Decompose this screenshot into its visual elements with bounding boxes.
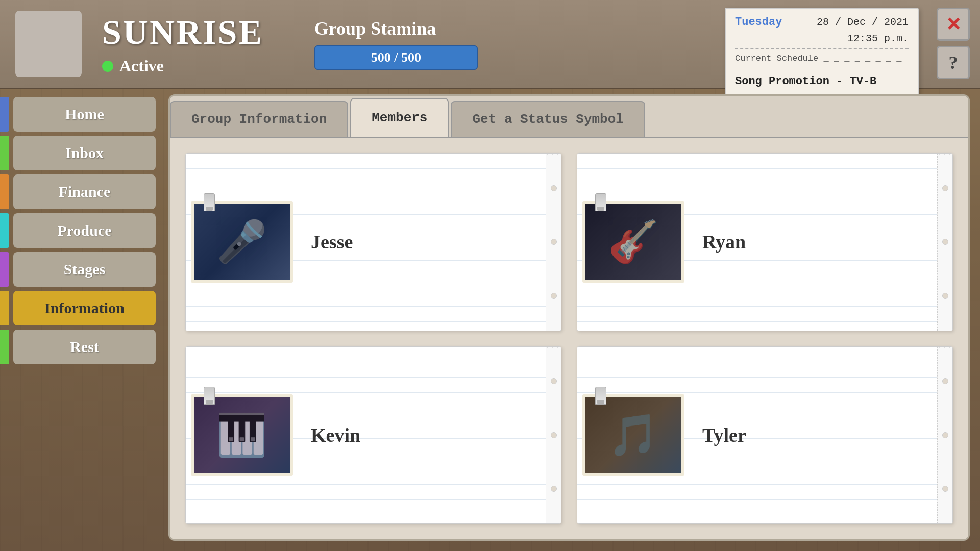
- stamina-value: 500 / 500: [371, 50, 421, 65]
- sidebar-item-finance[interactable]: Finance: [0, 174, 163, 209]
- perf-hole: [551, 432, 557, 438]
- members-grid: 🎤 Jesse 🎸: [185, 153, 953, 524]
- ryan-name: Ryan: [692, 231, 746, 253]
- sidebar: Home Inbox Finance Produce Stages Inform…: [0, 89, 163, 551]
- sidebar-item-home[interactable]: Home: [0, 97, 163, 132]
- close-icon: ✕: [946, 14, 961, 35]
- ryan-silhouette: 🎸: [585, 204, 681, 280]
- sidebar-accent-home: [0, 97, 9, 132]
- stamina-title: Group Stamina: [314, 18, 478, 39]
- member-card-inner-ryan: 🎸 Ryan: [577, 154, 937, 331]
- tyler-silhouette: 🎵: [585, 397, 681, 473]
- status-dot-icon: [102, 61, 113, 72]
- close-button[interactable]: ✕: [937, 8, 970, 41]
- perf-hole: [551, 378, 557, 384]
- sidebar-btn-stages[interactable]: Stages: [13, 252, 156, 287]
- perf-hole: [942, 486, 948, 492]
- sidebar-accent-information: [0, 291, 9, 325]
- perf-hole: [942, 239, 948, 245]
- perf-hole: [551, 486, 557, 492]
- sidebar-accent-inbox: [0, 136, 9, 170]
- photo-clip-kevin: [204, 387, 215, 405]
- photo-wrapper-tyler: 🎵: [582, 394, 684, 476]
- status-row: Active: [102, 57, 263, 76]
- tab-group-information[interactable]: Group Information: [170, 101, 348, 137]
- ryan-photo: 🎸: [582, 201, 684, 283]
- tab-status-symbol[interactable]: Get a Status Symbol: [451, 101, 645, 137]
- sidebar-btn-rest[interactable]: Rest: [13, 330, 156, 364]
- sidebar-accent-rest: [0, 330, 9, 364]
- member-card-inner-kevin: 🎹 Kevin: [186, 347, 546, 524]
- photo-clip-ryan: [595, 193, 606, 211]
- perf-hole: [551, 293, 557, 299]
- help-icon: ?: [949, 52, 958, 73]
- group-name-section: SUNRISE Active: [102, 12, 263, 76]
- status-label: Active: [119, 57, 164, 76]
- perforated-edge-tyler: [937, 347, 952, 524]
- member-card-inner-jesse: 🎤 Jesse: [186, 154, 546, 331]
- jesse-silhouette: 🎤: [194, 204, 290, 280]
- sidebar-item-inbox[interactable]: Inbox: [0, 136, 163, 170]
- perf-hole: [551, 185, 557, 191]
- tab-members[interactable]: Members: [350, 98, 449, 137]
- sidebar-accent-stages: [0, 252, 9, 287]
- jesse-photo: 🎤: [191, 201, 293, 283]
- member-card-ryan[interactable]: 🎸 Ryan: [577, 153, 953, 331]
- member-card-jesse[interactable]: 🎤 Jesse: [185, 153, 561, 331]
- sidebar-btn-inbox[interactable]: Inbox: [13, 136, 156, 170]
- date-full: 28 / Dec / 2021: [817, 16, 909, 28]
- help-button[interactable]: ?: [937, 46, 970, 79]
- photo-clip-tyler: [595, 387, 606, 405]
- schedule-value: Song Promotion - TV-B: [735, 75, 909, 88]
- sidebar-btn-information[interactable]: Information: [13, 291, 156, 325]
- tyler-photo: 🎵: [582, 394, 684, 476]
- sidebar-item-rest[interactable]: Rest: [0, 330, 163, 364]
- stamina-bar: 500 / 500: [314, 45, 478, 70]
- jesse-name: Jesse: [301, 231, 353, 253]
- sidebar-btn-home[interactable]: Home: [13, 97, 156, 132]
- perf-hole: [942, 293, 948, 299]
- content-panel: 🎤 Jesse 🎸: [170, 137, 968, 539]
- tyler-name: Tyler: [692, 424, 746, 446]
- sidebar-btn-produce[interactable]: Produce: [13, 213, 156, 248]
- sidebar-accent-finance: [0, 174, 9, 209]
- perforated-edge-jesse: [546, 154, 561, 331]
- group-name: SUNRISE: [102, 12, 263, 53]
- sidebar-item-information[interactable]: Information: [0, 291, 163, 325]
- schedule-label: Current Schedule _ _ _ _ _ _ _ _ _: [735, 54, 909, 73]
- date-time: 12:35 p.m.: [735, 33, 909, 44]
- member-card-kevin[interactable]: 🎹 Kevin: [185, 346, 561, 524]
- photo-wrapper-kevin: 🎹: [191, 394, 293, 476]
- perf-hole: [551, 239, 557, 245]
- stamina-section: Group Stamina 500 / 500: [314, 18, 478, 70]
- sidebar-accent-produce: [0, 213, 9, 248]
- date-day: Tuesday: [735, 16, 782, 29]
- photo-clip-jesse: [204, 193, 215, 211]
- perforated-edge-ryan: [937, 154, 952, 331]
- date-divider: [735, 48, 909, 49]
- date-top-row: Tuesday 28 / Dec / 2021: [735, 16, 909, 29]
- perforated-edge-kevin: [546, 347, 561, 524]
- photo-wrapper-jesse: 🎤: [191, 201, 293, 283]
- tabs-row: Group Information Members Get a Status S…: [170, 96, 968, 137]
- sidebar-item-produce[interactable]: Produce: [0, 213, 163, 248]
- date-card: Tuesday 28 / Dec / 2021 12:35 p.m. Curre…: [725, 8, 919, 96]
- sidebar-btn-finance[interactable]: Finance: [13, 174, 156, 209]
- group-avatar: [15, 11, 82, 77]
- perf-hole: [942, 432, 948, 438]
- perf-hole: [942, 378, 948, 384]
- perf-hole: [942, 185, 948, 191]
- kevin-name: Kevin: [301, 424, 360, 446]
- sidebar-item-stages[interactable]: Stages: [0, 252, 163, 287]
- member-card-inner-tyler: 🎵 Tyler: [577, 347, 937, 524]
- photo-wrapper-ryan: 🎸: [582, 201, 684, 283]
- member-card-tyler[interactable]: 🎵 Tyler: [577, 346, 953, 524]
- main-content: Group Information Members Get a Status S…: [168, 94, 970, 541]
- kevin-photo: 🎹: [191, 394, 293, 476]
- kevin-silhouette: 🎹: [194, 397, 290, 473]
